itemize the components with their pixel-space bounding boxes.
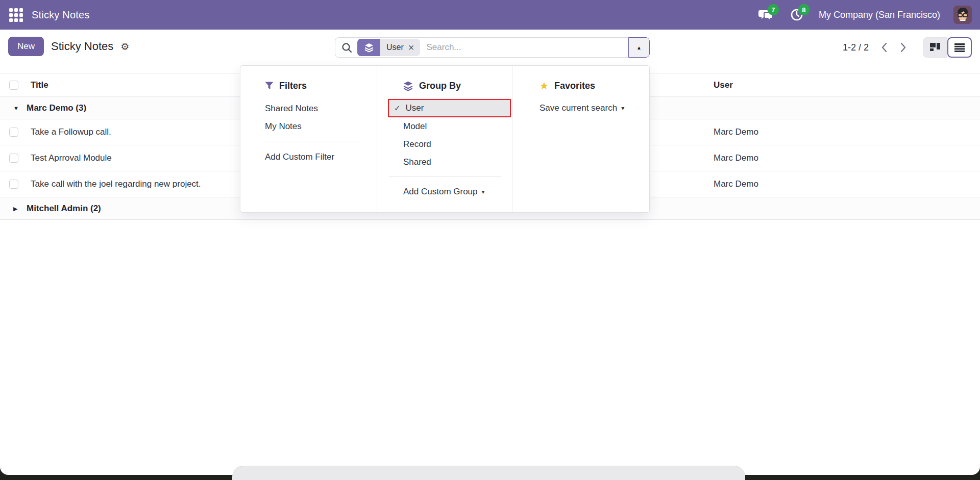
new-button[interactable]: New bbox=[8, 37, 44, 56]
activities-button[interactable]: 8 bbox=[788, 6, 805, 23]
filter-my-notes[interactable]: My Notes bbox=[265, 117, 377, 135]
caret-down-icon: ▾ bbox=[482, 188, 485, 195]
row-user: Marc Demo bbox=[714, 153, 758, 163]
group-by-column: Group By ✓ User Model Record Shared Add … bbox=[377, 66, 512, 212]
layers-icon bbox=[357, 39, 380, 56]
divider bbox=[265, 141, 363, 141]
row-user: Marc Demo bbox=[714, 127, 758, 137]
group-by-shared[interactable]: Shared bbox=[403, 153, 512, 171]
list-view-button[interactable] bbox=[947, 37, 972, 58]
pager-next-button[interactable] bbox=[896, 40, 911, 55]
chevron-right-icon bbox=[900, 42, 906, 53]
app-window: Sticky Notes 7 8 bbox=[0, 0, 980, 475]
messages-badge: 7 bbox=[768, 4, 779, 15]
pager-previous-button[interactable] bbox=[877, 40, 891, 55]
list-icon bbox=[954, 43, 965, 52]
group-collapsed-icon: ▶ bbox=[13, 205, 17, 212]
row-title: Take a Followup call. bbox=[31, 127, 111, 137]
divider bbox=[389, 176, 501, 177]
favorites-column: ★ Favorites Save current search ▾ bbox=[512, 66, 650, 212]
gear-icon[interactable]: ⚙ bbox=[120, 42, 129, 52]
row-checkbox[interactable] bbox=[9, 180, 18, 189]
group-by-heading: Group By bbox=[403, 77, 512, 94]
row-title: Take call with the joel regarding new pr… bbox=[31, 179, 201, 189]
group-label: Marc Demo (3) bbox=[27, 103, 86, 113]
control-panel-right: 1-2 / 2 bbox=[843, 37, 972, 58]
facet-value: User bbox=[386, 43, 404, 52]
row-user: Marc Demo bbox=[714, 179, 758, 189]
search-dropdown-toggle[interactable]: ▲ bbox=[628, 37, 650, 58]
user-avatar[interactable] bbox=[953, 6, 972, 24]
row-title: Test Aprroval Module bbox=[31, 153, 112, 163]
filter-shared-notes[interactable]: Shared Notes bbox=[265, 99, 377, 117]
chevron-left-icon bbox=[881, 42, 887, 53]
messages-button[interactable]: 7 bbox=[757, 6, 775, 23]
control-panel-left: New Sticky Notes ⚙ bbox=[8, 37, 129, 56]
activities-badge: 8 bbox=[798, 4, 810, 15]
kanban-view-button[interactable] bbox=[923, 37, 947, 58]
search-bar: User × ▲ bbox=[335, 37, 650, 58]
caret-up-icon: ▲ bbox=[636, 45, 642, 50]
top-navbar: Sticky Notes 7 8 bbox=[0, 0, 980, 30]
view-switcher bbox=[923, 37, 972, 58]
row-checkbox[interactable] bbox=[9, 128, 18, 137]
check-icon: ✓ bbox=[394, 104, 401, 113]
column-header-user[interactable]: User bbox=[714, 80, 733, 90]
group-label: Mitchell Admin (2) bbox=[27, 204, 101, 214]
facet-remove-icon[interactable]: × bbox=[408, 42, 414, 53]
favorites-heading: ★ Favorites bbox=[540, 77, 650, 94]
filters-column: Filters Shared Notes My Notes Add Custom… bbox=[240, 66, 377, 212]
app-title[interactable]: Sticky Notes bbox=[32, 9, 90, 21]
apps-menu-icon[interactable] bbox=[8, 7, 23, 22]
filter-funnel-icon bbox=[265, 82, 274, 90]
group-by-record[interactable]: Record bbox=[403, 135, 512, 153]
navbar-right: 7 8 My Company (San Francisco) bbox=[757, 6, 972, 24]
column-header-title[interactable]: Title bbox=[31, 80, 48, 90]
save-current-search[interactable]: Save current search ▾ bbox=[540, 99, 650, 117]
search-facet-user: User × bbox=[357, 39, 420, 56]
star-icon: ★ bbox=[540, 81, 549, 91]
row-checkbox[interactable] bbox=[9, 154, 18, 163]
group-expanded-icon: ▼ bbox=[13, 105, 19, 111]
search-input[interactable] bbox=[426, 42, 649, 53]
dock bbox=[232, 466, 745, 480]
select-all-checkbox[interactable] bbox=[9, 81, 18, 90]
filters-heading: Filters bbox=[265, 77, 377, 94]
search-icon bbox=[341, 42, 352, 53]
company-switcher[interactable]: My Company (San Francisco) bbox=[819, 10, 940, 20]
pager-value: 1-2 / 2 bbox=[843, 42, 869, 53]
kanban-icon bbox=[930, 43, 940, 52]
group-by-user[interactable]: ✓ User bbox=[388, 99, 511, 117]
search-options-panel: Filters Shared Notes My Notes Add Custom… bbox=[240, 65, 650, 213]
layers-icon bbox=[403, 81, 413, 91]
caret-down-icon: ▾ bbox=[621, 105, 624, 112]
view-title: Sticky Notes bbox=[51, 40, 113, 53]
add-custom-filter[interactable]: Add Custom Filter bbox=[265, 148, 377, 166]
group-by-model[interactable]: Model bbox=[403, 117, 512, 135]
navbar-left: Sticky Notes bbox=[8, 7, 90, 22]
add-custom-group[interactable]: Add Custom Group ▾ bbox=[403, 183, 512, 200]
